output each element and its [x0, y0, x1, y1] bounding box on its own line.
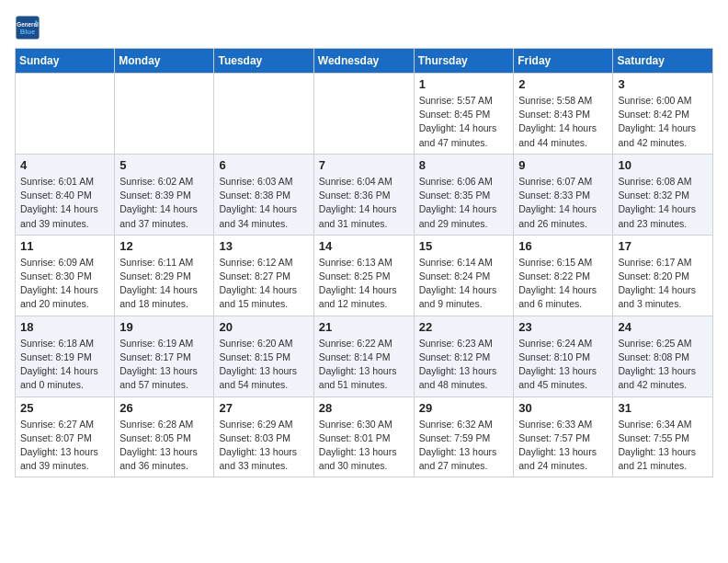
day-number: 20	[219, 320, 308, 334]
day-cell: 19Sunrise: 6:19 AMSunset: 8:17 PMDayligh…	[115, 316, 214, 396]
logo: General Blue	[15, 15, 40, 40]
day-info: Sunrise: 6:11 AMSunset: 8:29 PMDaylight:…	[119, 256, 209, 312]
day-number: 13	[219, 239, 308, 253]
day-cell: 3Sunrise: 6:00 AMSunset: 8:42 PMDaylight…	[613, 74, 713, 155]
day-cell: 2Sunrise: 5:58 AMSunset: 8:43 PMDaylight…	[514, 74, 613, 155]
day-cell: 9Sunrise: 6:07 AMSunset: 8:33 PMDaylight…	[514, 154, 613, 235]
day-cell: 15Sunrise: 6:14 AMSunset: 8:24 PMDayligh…	[414, 235, 514, 316]
day-info: Sunrise: 6:33 AMSunset: 7:57 PMDaylight:…	[518, 418, 608, 474]
day-number: 28	[319, 401, 409, 415]
col-header-monday: Monday	[115, 49, 214, 74]
day-cell: 1Sunrise: 5:57 AMSunset: 8:45 PMDaylight…	[414, 74, 514, 155]
day-info: Sunrise: 6:13 AMSunset: 8:25 PMDaylight:…	[319, 256, 409, 312]
day-number: 24	[618, 320, 708, 334]
day-number: 27	[219, 401, 308, 415]
day-number: 12	[119, 239, 209, 253]
day-info: Sunrise: 6:30 AMSunset: 8:01 PMDaylight:…	[319, 418, 409, 474]
day-number: 5	[119, 158, 209, 172]
day-number: 30	[518, 401, 608, 415]
col-header-thursday: Thursday	[414, 49, 514, 74]
day-cell: 18Sunrise: 6:18 AMSunset: 8:19 PMDayligh…	[16, 316, 115, 396]
day-info: Sunrise: 5:57 AMSunset: 8:45 PMDaylight:…	[419, 94, 509, 150]
week-row-1: 1Sunrise: 5:57 AMSunset: 8:45 PMDaylight…	[16, 74, 713, 155]
day-info: Sunrise: 6:34 AMSunset: 7:55 PMDaylight:…	[618, 418, 708, 474]
day-cell: 5Sunrise: 6:02 AMSunset: 8:39 PMDaylight…	[115, 154, 214, 235]
svg-text:Blue: Blue	[20, 28, 36, 36]
day-info: Sunrise: 6:04 AMSunset: 8:36 PMDaylight:…	[319, 175, 409, 231]
day-info: Sunrise: 6:02 AMSunset: 8:39 PMDaylight:…	[119, 175, 209, 231]
day-info: Sunrise: 6:15 AMSunset: 8:22 PMDaylight:…	[518, 256, 608, 312]
day-number: 1	[419, 77, 509, 91]
logo-icon: General Blue	[15, 15, 40, 40]
day-number: 10	[618, 158, 708, 172]
day-cell: 11Sunrise: 6:09 AMSunset: 8:30 PMDayligh…	[16, 235, 115, 316]
week-row-2: 4Sunrise: 6:01 AMSunset: 8:40 PMDaylight…	[16, 154, 713, 235]
day-info: Sunrise: 6:18 AMSunset: 8:19 PMDaylight:…	[20, 337, 109, 393]
day-cell: 13Sunrise: 6:12 AMSunset: 8:27 PMDayligh…	[214, 235, 313, 316]
week-row-5: 25Sunrise: 6:27 AMSunset: 8:07 PMDayligh…	[16, 396, 713, 477]
day-cell	[214, 74, 313, 155]
day-info: Sunrise: 6:06 AMSunset: 8:35 PMDaylight:…	[419, 175, 509, 231]
col-header-saturday: Saturday	[613, 49, 713, 74]
day-number: 23	[518, 320, 608, 334]
day-info: Sunrise: 6:24 AMSunset: 8:10 PMDaylight:…	[518, 337, 608, 393]
day-info: Sunrise: 6:28 AMSunset: 8:05 PMDaylight:…	[119, 418, 209, 474]
week-row-3: 11Sunrise: 6:09 AMSunset: 8:30 PMDayligh…	[16, 235, 713, 316]
day-info: Sunrise: 6:19 AMSunset: 8:17 PMDaylight:…	[119, 337, 209, 393]
day-number: 19	[119, 320, 209, 334]
day-info: Sunrise: 6:25 AMSunset: 8:08 PMDaylight:…	[618, 337, 708, 393]
day-cell: 22Sunrise: 6:23 AMSunset: 8:12 PMDayligh…	[414, 316, 514, 396]
day-cell: 12Sunrise: 6:11 AMSunset: 8:29 PMDayligh…	[115, 235, 214, 316]
day-cell: 16Sunrise: 6:15 AMSunset: 8:22 PMDayligh…	[514, 235, 613, 316]
day-cell: 6Sunrise: 6:03 AMSunset: 8:38 PMDaylight…	[214, 154, 313, 235]
day-number: 16	[518, 239, 608, 253]
day-number: 7	[319, 158, 409, 172]
day-info: Sunrise: 6:29 AMSunset: 8:03 PMDaylight:…	[219, 418, 308, 474]
day-number: 29	[419, 401, 509, 415]
day-cell: 7Sunrise: 6:04 AMSunset: 8:36 PMDaylight…	[313, 154, 414, 235]
day-number: 17	[618, 239, 708, 253]
day-info: Sunrise: 6:14 AMSunset: 8:24 PMDaylight:…	[419, 256, 509, 312]
day-cell: 28Sunrise: 6:30 AMSunset: 8:01 PMDayligh…	[313, 396, 414, 477]
day-info: Sunrise: 6:01 AMSunset: 8:40 PMDaylight:…	[20, 175, 109, 231]
col-header-friday: Friday	[514, 49, 613, 74]
day-info: Sunrise: 6:17 AMSunset: 8:20 PMDaylight:…	[618, 256, 708, 312]
day-number: 15	[419, 239, 509, 253]
day-number: 31	[618, 401, 708, 415]
day-cell: 29Sunrise: 6:32 AMSunset: 7:59 PMDayligh…	[414, 396, 514, 477]
day-cell: 26Sunrise: 6:28 AMSunset: 8:05 PMDayligh…	[115, 396, 214, 477]
day-info: Sunrise: 6:09 AMSunset: 8:30 PMDaylight:…	[20, 256, 109, 312]
day-number: 2	[518, 77, 608, 91]
day-number: 3	[618, 77, 708, 91]
day-number: 4	[20, 158, 109, 172]
calendar-header-row: SundayMondayTuesdayWednesdayThursdayFrid…	[16, 49, 713, 74]
day-cell: 27Sunrise: 6:29 AMSunset: 8:03 PMDayligh…	[214, 396, 313, 477]
col-header-wednesday: Wednesday	[313, 49, 414, 74]
day-info: Sunrise: 6:27 AMSunset: 8:07 PMDaylight:…	[20, 418, 109, 474]
day-cell: 10Sunrise: 6:08 AMSunset: 8:32 PMDayligh…	[613, 154, 713, 235]
day-info: Sunrise: 6:00 AMSunset: 8:42 PMDaylight:…	[618, 94, 708, 150]
day-cell: 8Sunrise: 6:06 AMSunset: 8:35 PMDaylight…	[414, 154, 514, 235]
day-number: 26	[119, 401, 209, 415]
day-cell	[115, 74, 214, 155]
day-info: Sunrise: 6:32 AMSunset: 7:59 PMDaylight:…	[419, 418, 509, 474]
day-number: 9	[518, 158, 608, 172]
day-cell: 31Sunrise: 6:34 AMSunset: 7:55 PMDayligh…	[613, 396, 713, 477]
week-row-4: 18Sunrise: 6:18 AMSunset: 8:19 PMDayligh…	[16, 316, 713, 396]
day-cell: 23Sunrise: 6:24 AMSunset: 8:10 PMDayligh…	[514, 316, 613, 396]
page-header: General Blue	[15, 15, 713, 40]
day-cell: 30Sunrise: 6:33 AMSunset: 7:57 PMDayligh…	[514, 396, 613, 477]
day-cell: 17Sunrise: 6:17 AMSunset: 8:20 PMDayligh…	[613, 235, 713, 316]
day-info: Sunrise: 6:03 AMSunset: 8:38 PMDaylight:…	[219, 175, 308, 231]
day-number: 25	[20, 401, 109, 415]
day-cell: 4Sunrise: 6:01 AMSunset: 8:40 PMDaylight…	[16, 154, 115, 235]
day-cell	[16, 74, 115, 155]
day-number: 14	[319, 239, 409, 253]
day-info: Sunrise: 6:08 AMSunset: 8:32 PMDaylight:…	[618, 175, 708, 231]
col-header-sunday: Sunday	[16, 49, 115, 74]
day-number: 6	[219, 158, 308, 172]
day-info: Sunrise: 6:12 AMSunset: 8:27 PMDaylight:…	[219, 256, 308, 312]
day-number: 11	[20, 239, 109, 253]
day-info: Sunrise: 6:20 AMSunset: 8:15 PMDaylight:…	[219, 337, 308, 393]
day-cell: 20Sunrise: 6:20 AMSunset: 8:15 PMDayligh…	[214, 316, 313, 396]
